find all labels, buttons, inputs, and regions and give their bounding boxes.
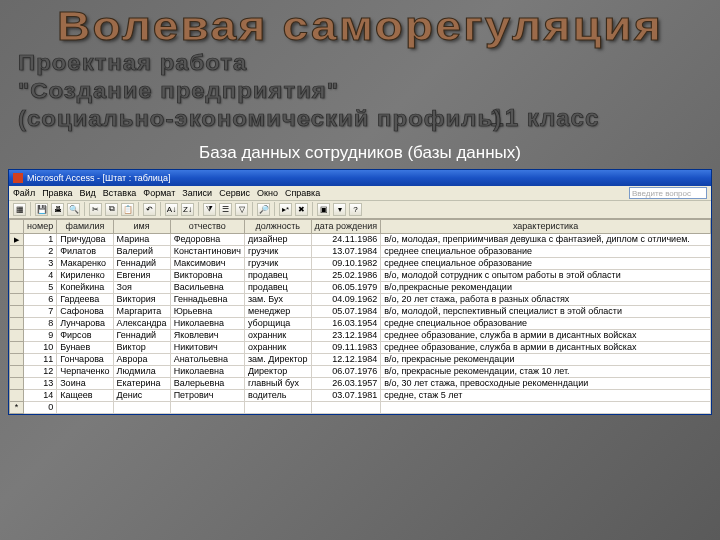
cell-characteristic[interactable]: в/о,прекрасные рекомендации <box>381 281 711 293</box>
cell-birthdate[interactable]: 13.07.1984 <box>311 245 381 257</box>
row-selector[interactable] <box>10 293 24 305</box>
cell-patronymic[interactable]: Константинович <box>170 245 244 257</box>
sort-asc-button[interactable]: A↓ <box>165 203 178 216</box>
cell-lastname[interactable]: Гардеева <box>57 293 113 305</box>
cell-firstname[interactable]: Валерий <box>113 245 170 257</box>
cell-birthdate[interactable]: 26.03.1957 <box>311 377 381 389</box>
row-selector[interactable] <box>10 305 24 317</box>
cell-characteristic[interactable]: в/о, прекрасные рекомендации <box>381 353 711 365</box>
table-row[interactable]: 2ФилатовВалерийКонстантиновичгрузчик13.0… <box>10 245 711 257</box>
filter-toggle-button[interactable]: ▽ <box>235 203 248 216</box>
cell-birthdate[interactable]: 09.11.1983 <box>311 341 381 353</box>
cell-characteristic[interactable]: в/о, молодой, перспективный специалист в… <box>381 305 711 317</box>
cell-lastname[interactable]: Бунаев <box>57 341 113 353</box>
db-window-button[interactable]: ▣ <box>317 203 330 216</box>
cell-lastname[interactable]: Кащеев <box>57 389 113 401</box>
cell-lastname[interactable]: Зоина <box>57 377 113 389</box>
menu-help[interactable]: Справка <box>285 188 320 198</box>
sort-desc-button[interactable]: Z↓ <box>181 203 194 216</box>
menu-file[interactable]: Файл <box>13 188 35 198</box>
col-position[interactable]: должность <box>244 219 311 233</box>
cell-firstname[interactable]: Виктор <box>113 341 170 353</box>
table-row[interactable]: 10БунаевВикторНикитовичохранник09.11.198… <box>10 341 711 353</box>
cell-characteristic[interactable]: в/о, 30 лет стажа, превосходные рекоменн… <box>381 377 711 389</box>
cell-firstname[interactable]: Евгения <box>113 269 170 281</box>
cell-patronymic[interactable]: Никитович <box>170 341 244 353</box>
cell-patronymic[interactable]: Петрович <box>170 389 244 401</box>
table-row[interactable]: 11ГончароваАврораАнатольевназам. Директо… <box>10 353 711 365</box>
row-selector[interactable] <box>10 257 24 269</box>
delete-record-button[interactable]: ✖ <box>295 203 308 216</box>
row-selector[interactable] <box>10 377 24 389</box>
cell-lastname[interactable]: Кириленко <box>57 269 113 281</box>
cell-birthdate[interactable]: 04.09.1962 <box>311 293 381 305</box>
cell-characteristic[interactable]: в/о, прекрасные рекомендации, стаж 10 ле… <box>381 365 711 377</box>
table-row[interactable]: 13ЗоинаЕкатеринаВалерьевнаглавный бух26.… <box>10 377 711 389</box>
table-row[interactable]: 8ЛунчароваАлександраНиколаевнауборщица16… <box>10 317 711 329</box>
filter-form-button[interactable]: ☰ <box>219 203 232 216</box>
cell-birthdate[interactable]: 25.02.1986 <box>311 269 381 281</box>
cell-firstname[interactable]: Денис <box>113 389 170 401</box>
cell-position[interactable]: главный бух <box>244 377 311 389</box>
menu-window[interactable]: Окно <box>257 188 278 198</box>
cell-position[interactable]: грузчик <box>244 257 311 269</box>
cell-lastname[interactable]: Гончарова <box>57 353 113 365</box>
cell-lastname[interactable]: Сафонова <box>57 305 113 317</box>
cell-lastname[interactable]: Филатов <box>57 245 113 257</box>
cell-number[interactable]: 11 <box>24 353 57 365</box>
cell-position[interactable]: грузчик <box>244 245 311 257</box>
cell-position[interactable]: зам. Бух <box>244 293 311 305</box>
menu-format[interactable]: Формат <box>143 188 175 198</box>
data-grid[interactable]: номер фамилия имя отчество должность дат… <box>9 219 711 414</box>
cell-number[interactable]: 14 <box>24 389 57 401</box>
row-selector[interactable] <box>10 341 24 353</box>
cell-firstname[interactable]: Маргарита <box>113 305 170 317</box>
cell-position[interactable]: водитель <box>244 389 311 401</box>
cell-number[interactable]: 8 <box>24 317 57 329</box>
cell-patronymic[interactable]: Анатольевна <box>170 353 244 365</box>
cell-number[interactable]: 9 <box>24 329 57 341</box>
new-record-row[interactable]: 0 <box>10 401 711 413</box>
cell-number[interactable]: 2 <box>24 245 57 257</box>
table-row[interactable]: 6ГардееваВикторияГеннадьевназам. Бух04.0… <box>10 293 711 305</box>
cell-characteristic[interactable]: среднее образование, служба в армии в ди… <box>381 329 711 341</box>
table-row[interactable]: 5КопейкинаЗояВасильевнапродавец06.05.197… <box>10 281 711 293</box>
col-lastname[interactable]: фамилия <box>57 219 113 233</box>
table-row[interactable]: 4КириленкоЕвгенияВикторовнапродавец25.02… <box>10 269 711 281</box>
window-titlebar[interactable]: Microsoft Access - [Штат : таблица] <box>9 170 711 186</box>
find-button[interactable]: 🔎 <box>257 203 270 216</box>
cell-firstname[interactable]: Марина <box>113 233 170 245</box>
cell-number[interactable]: 5 <box>24 281 57 293</box>
cell-position[interactable]: охранник <box>244 329 311 341</box>
cell-number[interactable]: 4 <box>24 269 57 281</box>
cell-patronymic[interactable]: Яковлевич <box>170 329 244 341</box>
cell-patronymic[interactable]: Валерьевна <box>170 377 244 389</box>
cell-number[interactable]: 0 <box>24 401 57 413</box>
cell-firstname[interactable]: Геннадий <box>113 257 170 269</box>
cell-lastname[interactable]: Причудова <box>57 233 113 245</box>
view-button[interactable]: ▦ <box>13 203 26 216</box>
cell-characteristic[interactable]: средне специальное образование <box>381 317 711 329</box>
cell-patronymic[interactable]: Максимович <box>170 257 244 269</box>
cell-patronymic[interactable]: Юрьевна <box>170 305 244 317</box>
table-row[interactable]: 12ЧерпаченкоЛюдмилаНиколаевнаДиректор06.… <box>10 365 711 377</box>
cell-patronymic[interactable]: Викторовна <box>170 269 244 281</box>
col-number[interactable]: номер <box>24 219 57 233</box>
row-selector[interactable] <box>10 245 24 257</box>
cell-position[interactable]: продавец <box>244 269 311 281</box>
cell-number[interactable]: 12 <box>24 365 57 377</box>
row-selector[interactable] <box>10 353 24 365</box>
cell-number[interactable]: 6 <box>24 293 57 305</box>
cell-patronymic[interactable]: Федоровна <box>170 233 244 245</box>
new-record-button[interactable]: ▸* <box>279 203 292 216</box>
row-selector[interactable] <box>10 365 24 377</box>
menu-insert[interactable]: Вставка <box>103 188 136 198</box>
cell-birthdate[interactable]: 09.10.1982 <box>311 257 381 269</box>
cell-firstname[interactable]: Людмила <box>113 365 170 377</box>
cell-position[interactable]: продавец <box>244 281 311 293</box>
row-selector[interactable] <box>10 281 24 293</box>
cell-position[interactable]: Директор <box>244 365 311 377</box>
cell-firstname[interactable]: Виктория <box>113 293 170 305</box>
cell-patronymic[interactable]: Геннадьевна <box>170 293 244 305</box>
cell-firstname[interactable]: Александра <box>113 317 170 329</box>
